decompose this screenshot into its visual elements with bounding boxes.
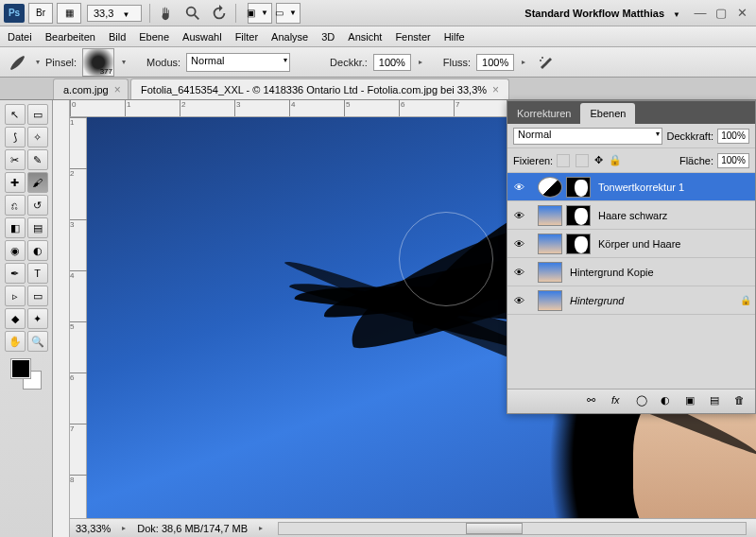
menu-hilfe[interactable]: Hilfe bbox=[444, 31, 465, 43]
add-mask-icon[interactable]: ◯ bbox=[636, 394, 651, 409]
blend-mode-select[interactable]: Normal bbox=[186, 53, 290, 72]
visibility-icon[interactable]: 👁 bbox=[511, 208, 526, 223]
maximize-button[interactable]: ▢ bbox=[711, 6, 731, 20]
layer-opacity-input[interactable]: 100% bbox=[717, 129, 749, 144]
doc-size-readout[interactable]: Dok: 38,6 MB/174,7 MB bbox=[137, 523, 248, 534]
menu-bild[interactable]: Bild bbox=[109, 31, 126, 43]
bridge-button[interactable]: Br bbox=[28, 3, 53, 24]
layer-mask-thumb[interactable] bbox=[566, 177, 591, 198]
move-tool[interactable]: ↖ bbox=[5, 104, 26, 125]
layer-mask-thumb[interactable] bbox=[566, 234, 591, 254]
zoom-level-dropdown[interactable]: 33,3 ▼ bbox=[87, 5, 142, 22]
minimize-button[interactable]: — bbox=[690, 6, 711, 20]
menu-ansicht[interactable]: Ansicht bbox=[348, 31, 382, 43]
tab-ebenen[interactable]: Ebenen bbox=[580, 103, 635, 124]
visibility-icon[interactable]: 👁 bbox=[511, 265, 526, 280]
brush-preset-picker[interactable]: 377 bbox=[82, 48, 114, 77]
document-tab-2[interactable]: Fotolia_6415354_XXL - © 1418336 Ontario … bbox=[130, 78, 509, 99]
layer-name[interactable]: Haare schwarz bbox=[594, 210, 751, 221]
menu-fenster[interactable]: Fenster bbox=[395, 31, 430, 43]
hand-icon[interactable] bbox=[158, 5, 175, 22]
layer-name[interactable]: Hintergrund bbox=[566, 295, 736, 306]
visibility-icon[interactable]: 👁 bbox=[511, 236, 526, 251]
brush-label: Pinsel: bbox=[45, 57, 77, 68]
document-tab-1[interactable]: a.com.jpg × bbox=[53, 78, 129, 99]
3d-tool[interactable]: ◆ bbox=[5, 308, 26, 329]
brush-tool[interactable]: 🖌 bbox=[27, 172, 48, 193]
layer-name[interactable]: Körper und Haare bbox=[594, 238, 751, 250]
layer-name[interactable]: Hintergrund Kopie bbox=[566, 267, 751, 278]
heal-tool[interactable]: ✚ bbox=[5, 172, 26, 193]
pen-tool[interactable]: ✒ bbox=[5, 263, 26, 284]
layer-row[interactable]: 👁Körper und Haare bbox=[507, 230, 755, 258]
crop-tool[interactable]: ✂ bbox=[5, 149, 26, 170]
menu-analyse[interactable]: Analyse bbox=[271, 31, 308, 43]
layer-mask-thumb[interactable] bbox=[566, 205, 591, 226]
menu-datei[interactable]: Datei bbox=[8, 31, 32, 43]
lasso-tool[interactable]: ⟆ bbox=[5, 127, 26, 147]
visibility-icon[interactable]: 👁 bbox=[511, 180, 526, 195]
shape-tool[interactable]: ▭ bbox=[27, 286, 48, 306]
layer-opacity-label: Deckkraft: bbox=[666, 130, 713, 142]
menu-auswahl[interactable]: Auswahl bbox=[182, 31, 222, 43]
layer-row[interactable]: 👁Hintergrund Kopie bbox=[507, 258, 755, 286]
close-button[interactable]: ✕ bbox=[731, 6, 752, 20]
vertical-ruler[interactable]: 12345678 bbox=[70, 117, 87, 518]
3d-cam-tool[interactable]: ✦ bbox=[27, 308, 48, 329]
menu-bearbeiten[interactable]: Bearbeiten bbox=[45, 31, 95, 43]
menu-3d[interactable]: 3D bbox=[321, 31, 335, 43]
layer-thumb[interactable] bbox=[538, 290, 562, 311]
menu-filter[interactable]: Filter bbox=[235, 31, 258, 43]
layer-row[interactable]: 👁Hintergrund🔒 bbox=[507, 286, 755, 315]
close-icon[interactable]: × bbox=[114, 83, 121, 96]
airbrush-icon[interactable] bbox=[537, 52, 558, 73]
gradient-tool[interactable]: ▤ bbox=[27, 217, 48, 238]
eyedropper-tool[interactable]: ✎ bbox=[27, 149, 48, 170]
foreground-color[interactable] bbox=[11, 359, 30, 378]
color-swatches[interactable] bbox=[11, 359, 42, 390]
layer-thumb[interactable] bbox=[538, 205, 562, 226]
screenmode-button[interactable]: ▭ ▼ bbox=[276, 3, 301, 24]
horizontal-scrollbar[interactable] bbox=[278, 522, 747, 535]
wand-tool[interactable]: ✧ bbox=[27, 127, 48, 147]
arrange-button[interactable]: ▣ ▼ bbox=[248, 3, 272, 24]
layer-row[interactable]: 👁Haare schwarz bbox=[507, 201, 755, 230]
zoom-icon[interactable] bbox=[184, 5, 201, 22]
zoom-tool[interactable]: 🔍 bbox=[27, 331, 48, 352]
workspace-switcher[interactable]: Standard Workflow Matthias ▼ bbox=[521, 8, 690, 19]
layer-fx-icon[interactable]: fx bbox=[611, 394, 627, 409]
new-layer-icon[interactable]: ▤ bbox=[710, 394, 725, 409]
close-icon[interactable]: × bbox=[492, 83, 499, 96]
layer-name[interactable]: Tonwertkorrektur 1 bbox=[594, 182, 751, 193]
dodge-tool[interactable]: ◐ bbox=[27, 240, 48, 261]
blur-tool[interactable]: ◉ bbox=[5, 240, 26, 261]
layer-fill-input[interactable]: 100% bbox=[717, 153, 749, 168]
layer-thumb[interactable] bbox=[538, 262, 562, 283]
visibility-icon[interactable]: 👁 bbox=[511, 293, 526, 308]
stamp-tool[interactable]: ⎌ bbox=[5, 195, 26, 216]
type-tool[interactable]: T bbox=[27, 263, 48, 284]
tab-korrekturen[interactable]: Korrekturen bbox=[507, 103, 580, 124]
delete-layer-icon[interactable]: 🗑 bbox=[734, 394, 749, 409]
hand-tool[interactable]: ✋ bbox=[5, 331, 26, 352]
layer-thumb[interactable] bbox=[538, 234, 562, 254]
new-group-icon[interactable]: ▣ bbox=[685, 394, 700, 409]
marquee-tool[interactable]: ▭ bbox=[27, 104, 48, 125]
link-layers-icon[interactable]: ⚯ bbox=[587, 394, 602, 409]
menu-ebene[interactable]: Ebene bbox=[139, 31, 169, 43]
opacity-input[interactable]: 100% bbox=[373, 54, 411, 71]
minibridge-button[interactable]: ▦ bbox=[57, 3, 81, 24]
rotate-icon[interactable] bbox=[211, 5, 228, 22]
eraser-tool[interactable]: ◧ bbox=[5, 217, 26, 238]
lock-all-icon[interactable]: 🔒 bbox=[609, 154, 622, 166]
lock-pixels-icon[interactable] bbox=[576, 154, 589, 167]
zoom-readout[interactable]: 33,33% bbox=[76, 523, 111, 534]
lock-transparency-icon[interactable] bbox=[557, 154, 570, 167]
layer-blend-mode-select[interactable]: Normal bbox=[513, 128, 662, 145]
new-adjustment-icon[interactable]: ◐ bbox=[661, 394, 676, 409]
history-brush-tool[interactable]: ↺ bbox=[27, 195, 48, 216]
lock-position-icon[interactable]: ✥ bbox=[594, 154, 603, 166]
flow-input[interactable]: 100% bbox=[476, 54, 514, 71]
layer-row[interactable]: 👁Tonwertkorrektur 1 bbox=[507, 173, 755, 201]
path-tool[interactable]: ▹ bbox=[5, 286, 26, 306]
